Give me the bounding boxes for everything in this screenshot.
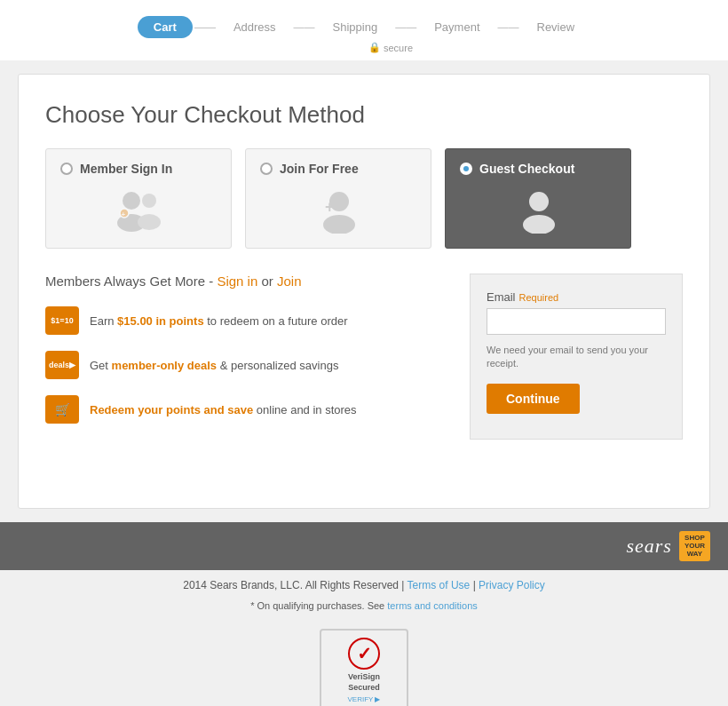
deals-suffix: & personalized savings	[217, 359, 338, 372]
guest-checkout-icon	[460, 186, 616, 235]
verisign-name: VeriSign Secured	[348, 672, 380, 693]
email-hint: We need your email to send you your rece…	[487, 344, 666, 371]
privacy-policy-link[interactable]: Privacy Policy	[479, 579, 545, 591]
svg-point-9	[529, 192, 549, 211]
deals-bold: member-only deals	[112, 359, 218, 372]
radio-join-free[interactable]	[260, 163, 273, 175]
points-icon: $1=10	[45, 306, 79, 335]
verify-label[interactable]: VERIFY ▶	[348, 695, 381, 703]
points-icon-text: $1=10	[51, 316, 73, 325]
guest-checkout-header: Guest Checkout	[460, 162, 616, 176]
benefit-deals-text: Get member-only deals & personalized sav…	[90, 359, 338, 372]
verisign-box: ✓ VeriSign Secured VERIFY ▶ ABOUT SSL CE…	[320, 629, 408, 706]
earn-prefix: Earn	[90, 314, 117, 328]
method-cards: Member Sign In + Join	[45, 148, 683, 249]
divider-1: ——	[194, 21, 216, 34]
qualifying-text: * On qualifying purchases. See	[250, 600, 384, 611]
member-signin-header: Member Sign In	[60, 162, 217, 176]
email-required-text: Required	[519, 292, 559, 303]
person-plus-icon: +	[314, 189, 363, 234]
verisign-line1: VeriSign	[348, 672, 380, 681]
join-free-header: Join For Free	[260, 162, 416, 176]
checkout-title: Choose Your Checkout Method	[45, 101, 683, 129]
checkout-box: Choose Your Checkout Method Member Sign …	[18, 74, 710, 509]
shop-line3: WAY	[687, 551, 703, 559]
guest-checkout-label: Guest Checkout	[479, 162, 574, 176]
footer-links: 2014 Sears Brands, LLC. All Rights Reser…	[0, 570, 728, 596]
deals-prefix: Get	[90, 359, 112, 372]
redeem-bold: Redeem your points and save	[90, 403, 253, 416]
guest-email-panel: EmailRequired We need your email to send…	[470, 274, 683, 440]
divider-4: ——	[498, 21, 519, 34]
email-label-text: Email	[487, 290, 516, 304]
svg-point-0	[123, 192, 140, 210]
step-shipping[interactable]: Shipping	[317, 16, 394, 38]
copyright-text: 2014 Sears Brands, LLC. All Rights Reser…	[183, 579, 404, 591]
step-payment[interactable]: Payment	[418, 16, 495, 38]
signin-link[interactable]: Sign in	[217, 274, 257, 289]
checkout-steps: Cart —— Address —— Shipping —— Payment —…	[138, 16, 590, 38]
member-signin-label: Member Sign In	[80, 162, 172, 176]
guest-checkout-card[interactable]: Guest Checkout	[445, 148, 631, 249]
svg-text:🛒: 🛒	[55, 402, 71, 417]
cart-icon-benefit: 🛒	[45, 395, 79, 424]
benefit-points-text: Earn $15.00 in points to redeem on a fut…	[90, 314, 348, 328]
svg-point-10	[523, 215, 555, 234]
guest-person-icon	[514, 189, 563, 234]
divider-3: ——	[395, 21, 416, 34]
earn-suffix: to redeem on a future order	[207, 314, 347, 328]
lock-icon: 🔒	[368, 42, 381, 53]
secure-label: 🔒 secure	[368, 42, 413, 53]
pipe-separator: |	[473, 579, 476, 591]
step-address[interactable]: Address	[218, 16, 292, 38]
benefit-points: $1=10 Earn $15.00 in points to redeem on…	[45, 306, 443, 335]
redeem-suffix: online and in stores	[253, 403, 356, 416]
cart-svg: 🛒	[52, 400, 72, 419]
email-input[interactable]	[487, 308, 666, 335]
svg-text:+: +	[325, 198, 335, 216]
benefit-redeem: 🛒 Redeem your points and save online and…	[45, 395, 443, 424]
join-link[interactable]: Join	[277, 274, 302, 289]
svg-text:+: +	[122, 210, 126, 218]
earn-amount: $15.00	[117, 314, 153, 328]
benefit-redeem-text: Redeem your points and save online and i…	[90, 403, 357, 416]
join-free-card[interactable]: Join For Free +	[245, 148, 431, 249]
or-text: or	[261, 274, 277, 289]
main-content: Choose Your Checkout Method Member Sign …	[0, 60, 728, 522]
member-signin-card[interactable]: Member Sign In +	[45, 148, 232, 249]
svg-point-3	[138, 214, 161, 230]
continue-button[interactable]: Continue	[487, 384, 580, 414]
members-section: Members Always Get More - Sign in or Joi…	[45, 274, 683, 440]
join-free-label: Join For Free	[280, 162, 359, 176]
checkmark-symbol: ✓	[357, 643, 372, 664]
step-cart[interactable]: Cart	[138, 16, 193, 38]
secure-text: secure	[384, 43, 413, 53]
member-signin-icon: +	[60, 186, 217, 235]
deals-icon-text: deals	[49, 361, 69, 369]
radio-guest-checkout[interactable]	[460, 163, 472, 175]
members-tagline: Members Always Get More - Sign in or Joi…	[45, 274, 443, 289]
verisign-badge: ✓ VeriSign Secured VERIFY ▶ ABOUT SSL CE…	[0, 629, 728, 706]
benefit-deals: deals▶ Get member-only deals & personali…	[45, 351, 443, 379]
shop-your-way-logo: SHOP YOUR WAY	[679, 531, 710, 561]
step-review[interactable]: Review	[521, 16, 591, 38]
people-icon: +	[112, 189, 165, 234]
deals-icon: deals▶	[45, 351, 79, 379]
svg-point-7	[323, 215, 355, 234]
join-free-icon: +	[260, 186, 416, 235]
email-label-row: EmailRequired	[487, 290, 666, 304]
checkmark-circle: ✓	[348, 638, 380, 670]
divider-2: ——	[294, 21, 315, 34]
footer-bar: sears SHOP YOUR WAY	[0, 522, 728, 570]
earn-in-points: in points	[153, 314, 207, 328]
verisign-line2: Secured	[348, 683, 380, 692]
sears-logo: sears	[626, 535, 671, 558]
progress-bar: Cart —— Address —— Shipping —— Payment —…	[0, 0, 728, 60]
footer-cert: * On qualifying purchases. See terms and…	[0, 596, 728, 622]
radio-member-signin[interactable]	[60, 163, 73, 175]
svg-point-2	[142, 194, 156, 208]
terms-of-use-link[interactable]: Terms of Use	[408, 579, 471, 591]
members-tagline-text: Members Always Get More -	[45, 274, 213, 289]
members-benefits: Members Always Get More - Sign in or Joi…	[45, 274, 443, 440]
terms-conditions-link[interactable]: terms and conditions	[387, 600, 478, 611]
